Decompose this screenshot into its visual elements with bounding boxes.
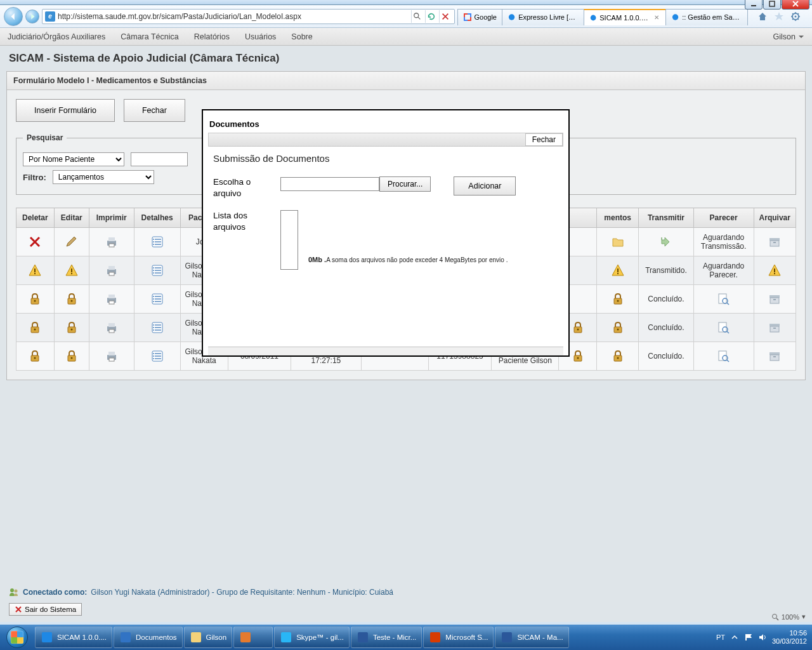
- modal-scrollbar[interactable]: [208, 347, 563, 355]
- archive-icon[interactable]: [768, 349, 782, 363]
- home-icon[interactable]: [757, 11, 768, 22]
- modal-close-button[interactable]: Fechar: [525, 133, 563, 146]
- parecer-cell[interactable]: [693, 285, 754, 314]
- details-cell[interactable]: [134, 314, 180, 342]
- menu-usuarios[interactable]: Usuários: [245, 32, 276, 41]
- print-cell[interactable]: [89, 285, 134, 314]
- language-indicator[interactable]: PT: [716, 633, 725, 641]
- refresh-icon[interactable]: [425, 10, 438, 23]
- menu-judiciario[interactable]: Judiciário/Órgãos Auxiliares: [8, 32, 105, 41]
- edit-cell[interactable]: [54, 342, 89, 371]
- delete-cell[interactable]: [16, 228, 55, 256]
- taskbar-item-7[interactable]: SICAM - Ma...: [495, 627, 568, 648]
- browser-tab-2[interactable]: SICAM 1.0.0.0 - ...✕: [584, 9, 666, 25]
- parecer-cell[interactable]: [693, 342, 754, 371]
- details-icon[interactable]: [150, 235, 164, 249]
- window-minimize-button[interactable]: [745, 0, 763, 10]
- user-menu[interactable]: Gilson: [773, 32, 804, 41]
- close-form-button[interactable]: Fechar: [124, 99, 185, 122]
- documents-cell[interactable]: [597, 256, 639, 285]
- taskbar-item-3[interactable]: [233, 627, 273, 648]
- transmit-cell[interactable]: [639, 228, 693, 256]
- taskbar-item-4[interactable]: Skype™ - gil...: [274, 627, 350, 648]
- archive-cell[interactable]: [754, 342, 796, 371]
- archive-icon[interactable]: [768, 235, 782, 249]
- archive-icon[interactable]: [768, 321, 782, 335]
- documents-icon[interactable]: [611, 321, 625, 335]
- tray-expand-icon[interactable]: [730, 633, 739, 642]
- delete-cell[interactable]: [16, 285, 55, 314]
- browser-tab-1[interactable]: Expresso Livre [Ex...: [502, 9, 584, 25]
- start-button[interactable]: [0, 625, 34, 650]
- edit-icon[interactable]: [65, 321, 79, 335]
- documents-icon[interactable]: [611, 263, 625, 277]
- print-cell[interactable]: [89, 228, 134, 256]
- taskbar-item-1[interactable]: Documentos: [114, 627, 183, 648]
- edit-cell[interactable]: [54, 228, 89, 256]
- file-list-box[interactable]: [280, 210, 298, 270]
- browser-tab-3[interactable]: :: Gestão em Saúd...: [665, 9, 748, 25]
- taskbar-item-6[interactable]: Microsoft S...: [423, 627, 494, 648]
- parecer-cell[interactable]: Aguardando Parecer.: [693, 256, 754, 285]
- parecer-cell[interactable]: Aguardando Transmissão.: [693, 228, 754, 256]
- details-icon[interactable]: [150, 321, 164, 335]
- delete-cell[interactable]: [16, 342, 55, 371]
- print-icon[interactable]: [105, 321, 119, 335]
- add-file-button[interactable]: Adicionar: [454, 176, 516, 196]
- menu-relatorios[interactable]: Relatórios: [194, 32, 230, 41]
- browser-tab-0[interactable]: Google: [457, 9, 502, 25]
- transmit-icon[interactable]: [659, 235, 673, 249]
- print-icon[interactable]: [105, 349, 119, 363]
- stop-icon[interactable]: [439, 10, 452, 23]
- delete-icon[interactable]: [28, 235, 42, 249]
- view-icon[interactable]: [717, 349, 731, 363]
- file-path-input[interactable]: [280, 177, 379, 191]
- documents-cell[interactable]: [597, 228, 639, 256]
- transmit-cell[interactable]: Concluído.: [639, 285, 693, 314]
- details-icon[interactable]: [150, 349, 164, 363]
- clock[interactable]: 10:56 30/03/2012: [772, 629, 807, 646]
- print-cell[interactable]: [89, 314, 134, 342]
- taskbar-item-2[interactable]: Gilson: [184, 627, 233, 648]
- flag-icon[interactable]: [744, 633, 753, 642]
- delete-cell[interactable]: [16, 314, 55, 342]
- documents-icon[interactable]: [611, 292, 625, 306]
- details-cell[interactable]: [134, 285, 180, 314]
- details-cell[interactable]: [134, 228, 180, 256]
- documents-cell[interactable]: [597, 342, 639, 371]
- transmit-cell[interactable]: Transmitido.: [639, 256, 693, 285]
- volume-icon[interactable]: [758, 633, 767, 642]
- view-icon[interactable]: [717, 292, 731, 306]
- documents-icon[interactable]: [611, 349, 625, 363]
- search-icon[interactable]: [411, 10, 424, 23]
- menu-sobre[interactable]: Sobre: [291, 32, 312, 41]
- details-cell[interactable]: [134, 256, 180, 285]
- insert-form-button[interactable]: Inserir Formulário: [16, 99, 115, 122]
- edit-cell[interactable]: [54, 285, 89, 314]
- view-icon[interactable]: [717, 321, 731, 335]
- back-button[interactable]: [4, 7, 23, 26]
- details-cell[interactable]: [134, 342, 180, 371]
- print-cell[interactable]: [89, 256, 134, 285]
- print-icon[interactable]: [105, 292, 119, 306]
- window-maximize-button[interactable]: [763, 0, 781, 10]
- archive-cell[interactable]: [754, 314, 796, 342]
- documents-cell[interactable]: [597, 285, 639, 314]
- taskbar-item-0[interactable]: SICAM 1.0.0....: [35, 627, 112, 648]
- transmit-cell[interactable]: Concluído.: [639, 342, 693, 371]
- filter-select[interactable]: Lançamentos: [53, 170, 154, 184]
- taskbar-item-5[interactable]: Teste - Micr...: [351, 627, 422, 648]
- print-icon[interactable]: [105, 263, 119, 277]
- details-icon[interactable]: [150, 263, 164, 277]
- search-value-input[interactable]: [131, 152, 188, 166]
- print-cell[interactable]: [89, 342, 134, 371]
- address-bar[interactable]: e: [42, 9, 455, 24]
- parecer-cell[interactable]: [693, 314, 754, 342]
- archive-cell[interactable]: [754, 228, 796, 256]
- edit-icon[interactable]: [65, 292, 79, 306]
- lock-icon[interactable]: [571, 321, 585, 335]
- browse-button[interactable]: Procurar...: [379, 176, 431, 192]
- details-icon[interactable]: [150, 292, 164, 306]
- delete-cell[interactable]: [16, 256, 55, 285]
- url-input[interactable]: [58, 10, 406, 23]
